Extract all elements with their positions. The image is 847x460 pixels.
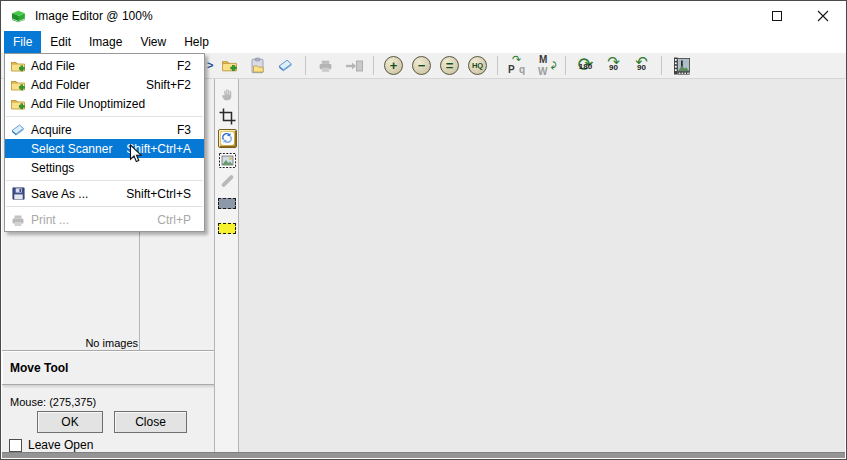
zoom-in-button[interactable]: + (381, 55, 406, 77)
move-tool-button-active[interactable] (217, 128, 237, 148)
mouse-coordinates-label: Mouse: (275,375) (10, 396, 96, 408)
menu-separator (6, 116, 203, 117)
print-icon (317, 57, 334, 74)
print-button-disabled (313, 55, 338, 77)
menu-help[interactable]: Help (175, 31, 218, 53)
app-book-icon (10, 8, 27, 25)
zoom-hq-icon: HQ (468, 56, 487, 75)
flip-vertical-icon: M ↷ W (534, 55, 557, 77)
flip-vertical-button[interactable]: M ↷ W (533, 55, 558, 77)
select-image-tool-button[interactable] (217, 150, 237, 170)
tool-panel-controls: Mouse: (275,375) OK Close Leave Open (2, 385, 214, 452)
marker-icon (220, 174, 233, 187)
add-file-button[interactable] (217, 55, 242, 77)
rotate-90-cw-icon: ↷ 90 (601, 55, 626, 77)
toolbar-separator (661, 56, 662, 75)
menu-bar: File Edit Image View Help (1, 31, 846, 53)
menu-item-add-file[interactable]: Add File F2 (5, 56, 204, 75)
zoom-actual-button[interactable]: = (437, 55, 462, 77)
menu-item-settings[interactable]: Settings (5, 158, 204, 177)
menu-image[interactable]: Image (80, 31, 131, 53)
printer-icon (5, 212, 31, 228)
menu-file[interactable]: File (4, 31, 41, 53)
crop-icon (219, 108, 236, 125)
menu-separator (6, 180, 203, 181)
menu-item-select-scanner[interactable]: Select Scanner Shift+Ctrl+A (5, 139, 204, 158)
close-button[interactable] (800, 1, 846, 31)
paste-button[interactable] (245, 55, 270, 77)
crop-tool-button[interactable] (217, 106, 237, 126)
close-panel-button[interactable]: Close (114, 411, 187, 433)
rotate-90-ccw-icon: ↶ 90 (629, 55, 654, 77)
rotate-180-button[interactable]: ⟳ 180 (573, 55, 598, 77)
ok-button[interactable]: OK (37, 411, 103, 433)
toolbar-overflow-chevron-icon[interactable]: > (207, 59, 213, 71)
save-icon (5, 186, 31, 201)
zoom-actual-icon: = (440, 56, 459, 75)
window-title: Image Editor @ 100% (35, 9, 153, 23)
acquire-scanner-button[interactable] (273, 55, 298, 77)
leave-open-option[interactable]: Leave Open (9, 438, 93, 452)
menu-edit[interactable]: Edit (41, 31, 80, 53)
acquire-scanner-icon (277, 57, 294, 74)
gray-rectangle-icon (218, 198, 236, 209)
pan-tool-button-disabled (217, 84, 237, 104)
add-file-icon (221, 57, 238, 74)
scanner-icon (5, 122, 31, 138)
yellow-rectangle-icon (218, 223, 236, 234)
menu-item-acquire[interactable]: Acquire F3 (5, 120, 204, 139)
toolbar-separator (373, 56, 374, 75)
file-menu-dropdown: Add File F2 Add Folder Shift+F2 (4, 53, 205, 232)
menu-item-add-folder[interactable]: Add Folder Shift+F2 (5, 75, 204, 94)
pan-hand-icon (220, 87, 235, 102)
rotate-180-icon: ⟳ 180 (573, 55, 598, 77)
tool-panel-header: Move Tool (2, 350, 214, 385)
maximize-button[interactable] (754, 1, 800, 31)
select-image-icon (219, 153, 236, 168)
rotate-90-cw-button[interactable]: ↷ 90 (601, 55, 626, 77)
thumbnails-button[interactable] (669, 55, 694, 77)
maximize-icon (772, 11, 782, 21)
send-to-button-disabled (341, 55, 366, 77)
mouse-cursor-icon (129, 144, 143, 164)
menu-item-save-as[interactable]: Save As ... Shift+Ctrl+S (5, 184, 204, 203)
app-window: Image Editor @ 100% File Edit Image View… (0, 0, 847, 460)
toolbar-separator (565, 56, 566, 75)
marker-tool-button-disabled (217, 171, 237, 191)
menu-separator (6, 206, 203, 207)
zoom-in-icon: + (384, 56, 403, 75)
move-tool-icon (218, 129, 237, 148)
toolbar-separator (497, 56, 498, 75)
flip-horizontal-button[interactable]: P ↷ q (505, 55, 530, 77)
leave-open-checkbox[interactable] (9, 439, 22, 452)
add-file-icon (5, 96, 31, 112)
tool-palette (214, 79, 239, 452)
title-bar: Image Editor @ 100% (1, 1, 846, 31)
add-folder-icon (5, 77, 31, 93)
rotate-90-ccw-button[interactable]: ↶ 90 (629, 55, 654, 77)
leave-open-label: Leave Open (28, 438, 93, 452)
menu-item-print: Print ... Ctrl+P (5, 210, 204, 229)
flip-horizontal-icon: P ↷ q (506, 55, 529, 77)
tool-panel-title: Move Tool (10, 361, 68, 375)
window-bottom-edge (2, 452, 845, 458)
gray-rectangle-tool-button[interactable] (217, 193, 237, 213)
menu-view[interactable]: View (131, 31, 175, 53)
add-file-icon (5, 58, 31, 74)
send-to-icon (344, 58, 364, 74)
zoom-out-button[interactable]: − (409, 55, 434, 77)
close-icon (817, 10, 829, 22)
thumbnails-icon (672, 56, 692, 76)
toolbar-separator (305, 56, 306, 75)
paste-icon (249, 57, 266, 74)
zoom-out-icon: − (412, 56, 431, 75)
menu-item-add-file-unoptimized[interactable]: Add File Unoptimized (5, 94, 204, 113)
yellow-rectangle-tool-button[interactable] (217, 218, 237, 238)
image-canvas[interactable] (239, 79, 845, 452)
no-images-label: No images (85, 337, 138, 349)
zoom-hq-button[interactable]: HQ (465, 55, 490, 77)
